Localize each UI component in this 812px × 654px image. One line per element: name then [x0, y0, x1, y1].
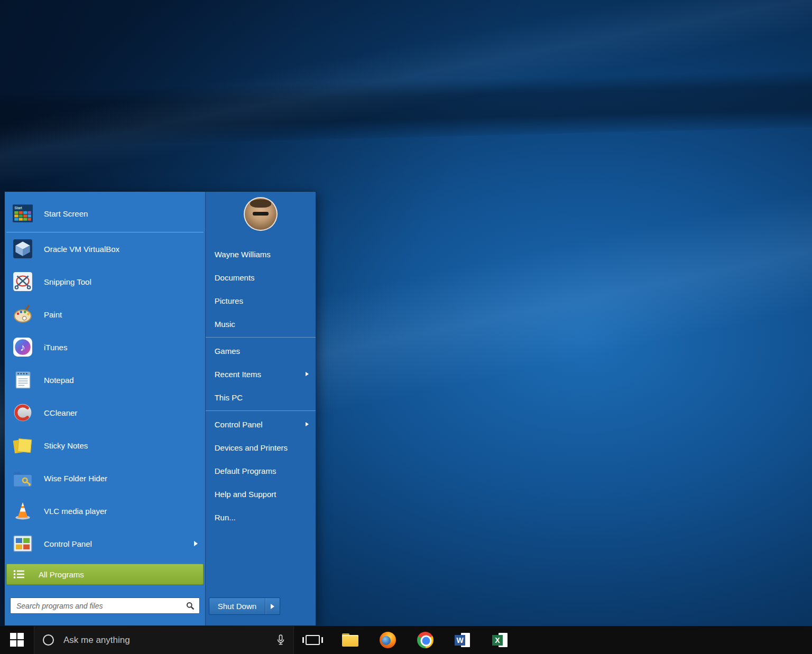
shut-down-button-group: Shut Down	[209, 597, 280, 615]
itunes-icon: ♪	[12, 337, 33, 358]
start-menu-search-box[interactable]	[10, 597, 200, 614]
cortana-search-box[interactable]	[34, 626, 294, 654]
paint-icon	[12, 304, 33, 325]
start-menu-search-input[interactable]	[15, 601, 186, 611]
virtualbox-icon	[12, 238, 33, 259]
menu-item-devices-and-printers[interactable]: Devices and Printers	[206, 436, 316, 459]
menu-item-label: iTunes	[44, 343, 198, 352]
task-view-button[interactable]	[294, 626, 331, 654]
svg-text:♪: ♪	[20, 342, 25, 353]
sticky-notes-icon	[12, 435, 33, 456]
excel-button[interactable]: X	[482, 626, 519, 654]
menu-item-vlc[interactable]: VLC media player	[5, 494, 205, 527]
list-icon	[13, 569, 26, 580]
menu-item-pictures[interactable]: Pictures	[206, 289, 316, 312]
svg-text:Start: Start	[14, 206, 22, 210]
menu-item-notepad[interactable]: Notepad	[5, 363, 205, 396]
notepad-icon	[12, 369, 33, 390]
word-icon: W	[455, 632, 471, 648]
menu-item-control-panel-right[interactable]: Control Panel	[206, 413, 316, 436]
menu-item-virtualbox[interactable]: Oracle VM VirtualBox	[5, 232, 205, 265]
menu-item-run[interactable]: Run...	[206, 506, 316, 529]
ccleaner-icon	[12, 402, 33, 423]
shut-down-options-button[interactable]	[265, 598, 280, 614]
submenu-arrow-icon	[271, 604, 274, 609]
menu-item-wise-folder-hider[interactable]: Wise Folder Hider	[5, 462, 205, 494]
start-menu: Start Start Screen	[4, 191, 316, 626]
menu-item-default-programs[interactable]: Default Programs	[206, 459, 316, 482]
snipping-tool-icon	[12, 271, 33, 292]
menu-item-sticky-notes[interactable]: Sticky Notes	[5, 429, 205, 462]
menu-item-label: Start Screen	[44, 209, 198, 218]
all-programs-button[interactable]: All Programs	[6, 564, 204, 585]
menu-item-label: Control Panel	[44, 539, 194, 548]
firefox-icon	[380, 632, 396, 648]
menu-item-label: Pictures	[215, 296, 243, 305]
user-avatar-wrap	[206, 192, 316, 242]
menu-item-control-panel[interactable]: Control Panel	[5, 527, 205, 560]
separator	[206, 337, 316, 338]
search-icon[interactable]	[186, 602, 195, 610]
menu-item-paint[interactable]: Paint	[5, 298, 205, 331]
control-panel-icon	[12, 533, 33, 554]
menu-item-recent-items[interactable]: Recent Items	[206, 362, 316, 386]
menu-item-label: Default Programs	[215, 466, 276, 475]
menu-item-label: Help and Support	[215, 490, 276, 499]
all-programs-label: All Programs	[39, 570, 84, 579]
menu-item-label: Control Panel	[215, 420, 263, 429]
separator	[206, 410, 316, 411]
start-screen-icon: Start	[12, 203, 33, 224]
wise-folder-hider-icon	[12, 468, 33, 489]
file-explorer-button[interactable]	[331, 626, 369, 654]
taskbar: W X	[0, 626, 812, 654]
menu-item-label: Oracle VM VirtualBox	[44, 245, 198, 254]
menu-item-label: Documents	[215, 273, 255, 282]
menu-item-documents[interactable]: Documents	[206, 266, 316, 289]
menu-item-label: Wise Folder Hider	[44, 474, 198, 483]
menu-item-user-name[interactable]: Wayne Williams	[206, 242, 316, 266]
menu-item-label: Games	[215, 347, 240, 356]
windows-logo-icon	[10, 633, 24, 647]
excel-icon: X	[492, 632, 509, 648]
start-menu-left-panel: Start Start Screen	[5, 192, 205, 625]
user-avatar[interactable]	[244, 197, 278, 231]
menu-item-ccleaner[interactable]: CCleaner	[5, 396, 205, 429]
menu-item-games[interactable]: Games	[206, 339, 316, 362]
menu-item-label: Sticky Notes	[44, 441, 198, 450]
submenu-arrow-icon	[306, 372, 309, 376]
task-view-icon	[306, 635, 320, 645]
desktop: Start Start Screen	[0, 0, 812, 654]
menu-item-start-screen[interactable]: Start Start Screen	[5, 195, 205, 232]
start-menu-right-panel: Wayne Williams Documents Pictures Music …	[205, 192, 316, 625]
menu-item-itunes[interactable]: ♪ iTunes	[5, 331, 205, 363]
word-button[interactable]: W	[444, 626, 482, 654]
menu-item-label: Run...	[215, 513, 236, 522]
menu-item-label: Music	[215, 320, 235, 329]
chrome-button[interactable]	[407, 626, 444, 654]
menu-item-label: Notepad	[44, 376, 198, 385]
menu-item-music[interactable]: Music	[206, 312, 316, 335]
microphone-icon[interactable]	[276, 634, 285, 646]
menu-item-label: Paint	[44, 310, 198, 319]
cortana-icon	[43, 634, 54, 646]
menu-item-label: Snipping Tool	[44, 277, 198, 286]
menu-item-help-and-support[interactable]: Help and Support	[206, 482, 316, 506]
start-button[interactable]	[0, 626, 34, 654]
submenu-arrow-icon	[194, 541, 198, 546]
menu-item-label: VLC media player	[44, 507, 198, 516]
vlc-icon	[12, 500, 33, 521]
pinned-programs-list: Start Start Screen	[5, 195, 205, 560]
user-name-label: Wayne Williams	[215, 250, 271, 259]
cortana-search-input[interactable]	[62, 634, 268, 646]
chrome-icon	[417, 632, 433, 648]
menu-item-label: CCleaner	[44, 408, 198, 417]
shut-down-label: Shut Down	[218, 602, 256, 611]
menu-item-label: This PC	[215, 393, 243, 402]
submenu-arrow-icon	[306, 422, 309, 426]
menu-item-this-pc[interactable]: This PC	[206, 386, 316, 409]
menu-item-label: Recent Items	[215, 370, 261, 379]
shut-down-button[interactable]: Shut Down	[209, 598, 265, 614]
menu-item-label: Devices and Printers	[215, 443, 288, 452]
menu-item-snipping-tool[interactable]: Snipping Tool	[5, 265, 205, 298]
firefox-button[interactable]	[369, 626, 407, 654]
